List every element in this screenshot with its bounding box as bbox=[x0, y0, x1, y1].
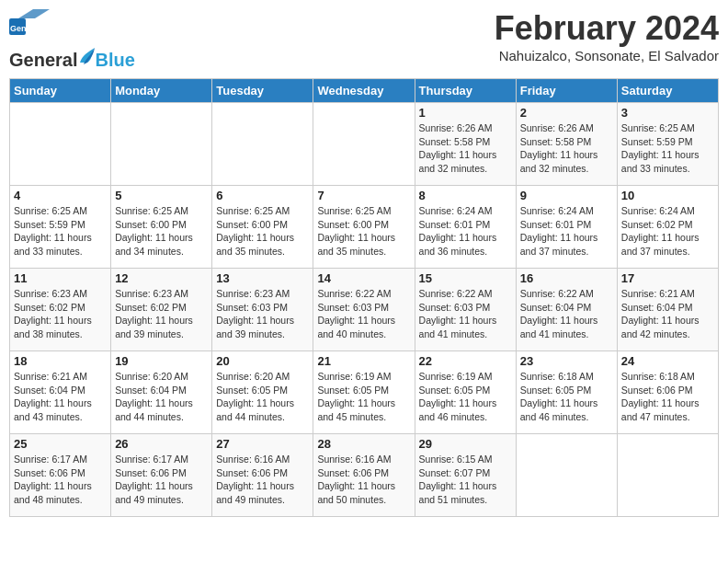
calendar-cell: 17Sunrise: 6:21 AM Sunset: 6:04 PM Dayli… bbox=[617, 269, 718, 351]
day-info: Sunrise: 6:25 AM Sunset: 6:00 PM Dayligh… bbox=[216, 204, 309, 259]
day-number: 2 bbox=[520, 106, 613, 120]
day-number: 10 bbox=[621, 189, 714, 202]
day-number: 23 bbox=[520, 354, 613, 368]
calendar-cell: 29Sunrise: 6:15 AM Sunset: 6:07 PM Dayli… bbox=[415, 434, 516, 517]
month-title: February 2024 bbox=[495, 9, 719, 48]
day-number: 27 bbox=[216, 437, 309, 451]
svg-marker-1 bbox=[18, 9, 50, 18]
day-info: Sunrise: 6:21 AM Sunset: 6:04 PM Dayligh… bbox=[14, 370, 107, 424]
weekday-header-monday: Monday bbox=[111, 79, 212, 103]
weekday-header-wednesday: Wednesday bbox=[313, 79, 415, 103]
day-number: 17 bbox=[621, 271, 714, 285]
day-number: 22 bbox=[419, 354, 512, 368]
day-info: Sunrise: 6:19 AM Sunset: 6:05 PM Dayligh… bbox=[317, 370, 410, 424]
week-row-4: 18Sunrise: 6:21 AM Sunset: 6:04 PM Dayli… bbox=[10, 351, 719, 434]
day-info: Sunrise: 6:24 AM Sunset: 6:01 PM Dayligh… bbox=[419, 204, 512, 259]
day-info: Sunrise: 6:16 AM Sunset: 6:06 PM Dayligh… bbox=[317, 453, 410, 507]
calendar-cell: 13Sunrise: 6:23 AM Sunset: 6:03 PM Dayli… bbox=[212, 269, 313, 351]
weekday-header-saturday: Saturday bbox=[617, 79, 718, 103]
day-info: Sunrise: 6:24 AM Sunset: 6:02 PM Dayligh… bbox=[621, 204, 714, 259]
weekday-header-tuesday: Tuesday bbox=[212, 79, 313, 103]
day-number: 26 bbox=[115, 437, 208, 451]
logo: General General Blue bbox=[9, 9, 135, 71]
day-info: Sunrise: 6:25 AM Sunset: 6:00 PM Dayligh… bbox=[317, 204, 410, 259]
calendar-cell: 22Sunrise: 6:19 AM Sunset: 6:05 PM Dayli… bbox=[415, 351, 516, 434]
day-info: Sunrise: 6:17 AM Sunset: 6:06 PM Dayligh… bbox=[115, 453, 208, 507]
week-row-5: 25Sunrise: 6:17 AM Sunset: 6:06 PM Dayli… bbox=[10, 434, 719, 517]
day-number: 18 bbox=[14, 354, 107, 368]
weekday-header-thursday: Thursday bbox=[415, 79, 516, 103]
day-info: Sunrise: 6:23 AM Sunset: 6:02 PM Dayligh… bbox=[14, 287, 107, 341]
day-number: 16 bbox=[520, 271, 613, 285]
calendar-cell: 14Sunrise: 6:22 AM Sunset: 6:03 PM Dayli… bbox=[313, 269, 415, 351]
logo-blue: Blue bbox=[95, 50, 134, 71]
weekday-header-friday: Friday bbox=[516, 79, 617, 103]
day-info: Sunrise: 6:16 AM Sunset: 6:06 PM Dayligh… bbox=[216, 453, 309, 507]
day-info: Sunrise: 6:18 AM Sunset: 6:06 PM Dayligh… bbox=[621, 370, 714, 424]
weekday-header-sunday: Sunday bbox=[10, 79, 111, 103]
day-number: 9 bbox=[520, 189, 613, 202]
calendar-cell: 2Sunrise: 6:26 AM Sunset: 5:58 PM Daylig… bbox=[516, 103, 617, 186]
day-info: Sunrise: 6:20 AM Sunset: 6:05 PM Dayligh… bbox=[216, 370, 309, 424]
day-number: 13 bbox=[216, 271, 309, 285]
calendar-cell: 7Sunrise: 6:25 AM Sunset: 6:00 PM Daylig… bbox=[313, 186, 415, 269]
calendar-cell: 10Sunrise: 6:24 AM Sunset: 6:02 PM Dayli… bbox=[617, 186, 718, 269]
week-row-2: 4Sunrise: 6:25 AM Sunset: 5:59 PM Daylig… bbox=[10, 186, 719, 269]
calendar-cell: 19Sunrise: 6:20 AM Sunset: 6:04 PM Dayli… bbox=[111, 351, 212, 434]
calendar-cell bbox=[516, 434, 617, 517]
day-number: 14 bbox=[317, 271, 410, 285]
day-number: 7 bbox=[317, 189, 410, 202]
day-number: 15 bbox=[419, 271, 512, 285]
day-info: Sunrise: 6:17 AM Sunset: 6:06 PM Dayligh… bbox=[14, 453, 107, 507]
day-info: Sunrise: 6:25 AM Sunset: 5:59 PM Dayligh… bbox=[621, 121, 714, 176]
calendar-cell: 18Sunrise: 6:21 AM Sunset: 6:04 PM Dayli… bbox=[10, 351, 111, 434]
day-info: Sunrise: 6:18 AM Sunset: 6:05 PM Dayligh… bbox=[520, 370, 613, 424]
day-number: 29 bbox=[419, 437, 512, 451]
day-info: Sunrise: 6:20 AM Sunset: 6:04 PM Dayligh… bbox=[115, 370, 208, 424]
day-number: 5 bbox=[115, 189, 208, 202]
day-info: Sunrise: 6:21 AM Sunset: 6:04 PM Dayligh… bbox=[621, 287, 714, 341]
calendar-cell: 1Sunrise: 6:26 AM Sunset: 5:58 PM Daylig… bbox=[415, 103, 516, 186]
day-number: 11 bbox=[14, 271, 107, 285]
calendar-cell: 26Sunrise: 6:17 AM Sunset: 6:06 PM Dayli… bbox=[111, 434, 212, 517]
logo-icon: General bbox=[9, 9, 50, 46]
week-row-3: 11Sunrise: 6:23 AM Sunset: 6:02 PM Dayli… bbox=[10, 269, 719, 351]
day-info: Sunrise: 6:22 AM Sunset: 6:04 PM Dayligh… bbox=[520, 287, 613, 341]
day-number: 28 bbox=[317, 437, 410, 451]
day-number: 6 bbox=[216, 189, 309, 202]
day-info: Sunrise: 6:25 AM Sunset: 5:59 PM Dayligh… bbox=[14, 204, 107, 259]
calendar-cell: 6Sunrise: 6:25 AM Sunset: 6:00 PM Daylig… bbox=[212, 186, 313, 269]
day-info: Sunrise: 6:25 AM Sunset: 6:00 PM Dayligh… bbox=[115, 204, 208, 259]
calendar-cell: 12Sunrise: 6:23 AM Sunset: 6:02 PM Dayli… bbox=[111, 269, 212, 351]
day-info: Sunrise: 6:24 AM Sunset: 6:01 PM Dayligh… bbox=[520, 204, 613, 259]
calendar-cell: 11Sunrise: 6:23 AM Sunset: 6:02 PM Dayli… bbox=[10, 269, 111, 351]
day-number: 20 bbox=[216, 354, 309, 368]
calendar-cell: 5Sunrise: 6:25 AM Sunset: 6:00 PM Daylig… bbox=[111, 186, 212, 269]
week-row-1: 1Sunrise: 6:26 AM Sunset: 5:58 PM Daylig… bbox=[10, 103, 719, 186]
calendar-cell: 28Sunrise: 6:16 AM Sunset: 6:06 PM Dayli… bbox=[313, 434, 415, 517]
day-number: 3 bbox=[621, 106, 714, 120]
day-info: Sunrise: 6:26 AM Sunset: 5:58 PM Dayligh… bbox=[419, 121, 512, 176]
weekday-header-row: SundayMondayTuesdayWednesdayThursdayFrid… bbox=[10, 79, 719, 103]
day-info: Sunrise: 6:15 AM Sunset: 6:07 PM Dayligh… bbox=[419, 453, 512, 507]
day-info: Sunrise: 6:23 AM Sunset: 6:03 PM Dayligh… bbox=[216, 287, 309, 341]
calendar-cell: 16Sunrise: 6:22 AM Sunset: 6:04 PM Dayli… bbox=[516, 269, 617, 351]
day-number: 21 bbox=[317, 354, 410, 368]
calendar-cell: 20Sunrise: 6:20 AM Sunset: 6:05 PM Dayli… bbox=[212, 351, 313, 434]
day-number: 8 bbox=[419, 189, 512, 202]
title-block: February 2024 Nahuizalco, Sonsonate, El … bbox=[495, 9, 719, 63]
calendar-cell: 24Sunrise: 6:18 AM Sunset: 6:06 PM Dayli… bbox=[617, 351, 718, 434]
calendar-cell: 15Sunrise: 6:22 AM Sunset: 6:03 PM Dayli… bbox=[415, 269, 516, 351]
calendar-cell: 9Sunrise: 6:24 AM Sunset: 6:01 PM Daylig… bbox=[516, 186, 617, 269]
calendar-cell bbox=[212, 103, 313, 186]
day-number: 24 bbox=[621, 354, 714, 368]
day-number: 25 bbox=[14, 437, 107, 451]
calendar-cell: 21Sunrise: 6:19 AM Sunset: 6:05 PM Dayli… bbox=[313, 351, 415, 434]
calendar-cell: 27Sunrise: 6:16 AM Sunset: 6:06 PM Dayli… bbox=[212, 434, 313, 517]
day-info: Sunrise: 6:19 AM Sunset: 6:05 PM Dayligh… bbox=[419, 370, 512, 424]
day-number: 1 bbox=[419, 106, 512, 120]
day-info: Sunrise: 6:22 AM Sunset: 6:03 PM Dayligh… bbox=[419, 287, 512, 341]
calendar-cell bbox=[10, 103, 111, 186]
day-number: 19 bbox=[115, 354, 208, 368]
location: Nahuizalco, Sonsonate, El Salvador bbox=[495, 48, 719, 63]
